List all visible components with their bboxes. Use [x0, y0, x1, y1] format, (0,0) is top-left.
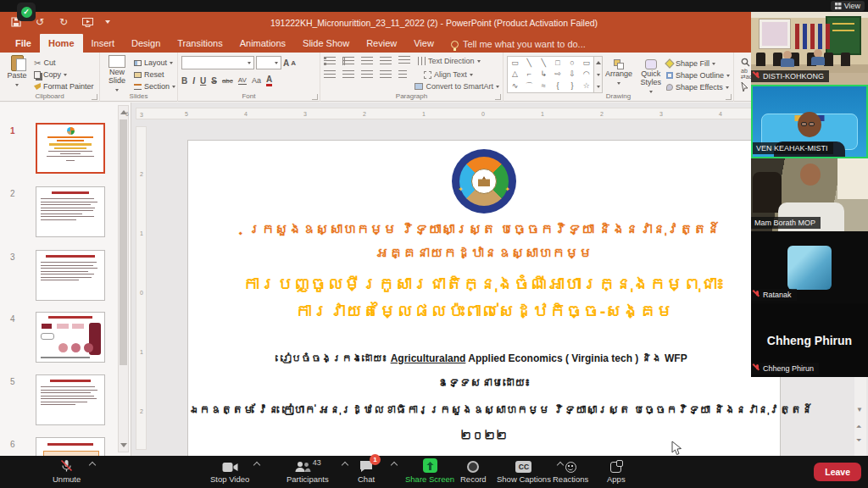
- drawing-dialog-launcher[interactable]: [726, 94, 732, 100]
- shape-glyph-icon[interactable]: ↳: [540, 69, 547, 78]
- character-spacing-button[interactable]: AV: [238, 76, 247, 85]
- participants-button[interactable]: 43 Participants: [287, 458, 329, 484]
- share-screen-button[interactable]: Share Screen: [405, 458, 454, 484]
- tab-animations[interactable]: Animations: [231, 34, 294, 53]
- next-slide-button[interactable]: ⏷: [856, 436, 861, 445]
- align-left-icon[interactable]: [324, 70, 336, 79]
- italic-button[interactable]: I: [192, 76, 195, 86]
- video-tile-mam-borath[interactable]: Mam Borath MOP: [751, 158, 868, 231]
- thumbnail-scrollbar[interactable]: [118, 105, 129, 452]
- shape-glyph-icon[interactable]: ◠: [583, 69, 590, 78]
- slide-thumbnail-3[interactable]: [36, 250, 105, 301]
- slide-thumbnail-6[interactable]: [36, 437, 105, 456]
- decrease-indent-icon[interactable]: [361, 57, 373, 65]
- strikethrough-button[interactable]: S: [211, 76, 217, 86]
- tab-review[interactable]: Review: [358, 34, 405, 53]
- chat-options-chevron[interactable]: [391, 462, 398, 469]
- shape-glyph-icon[interactable]: ⌒: [526, 80, 533, 92]
- shape-glyph-icon[interactable]: ╲: [527, 58, 531, 67]
- shape-glyph-icon[interactable]: □: [555, 58, 559, 67]
- align-center-icon[interactable]: [342, 70, 354, 79]
- shape-glyph-icon[interactable]: {: [557, 81, 559, 90]
- gallery-view-button[interactable]: View: [831, 1, 865, 11]
- video-options-chevron[interactable]: [253, 462, 260, 469]
- cut-button[interactable]: ✂Cut: [34, 57, 94, 69]
- shape-glyph-icon[interactable]: }: [570, 81, 573, 90]
- tell-me-box[interactable]: Tell me what you want to do...: [442, 36, 594, 53]
- reactions-button[interactable]: Reactions: [553, 458, 588, 484]
- bullets-icon[interactable]: [324, 57, 336, 65]
- shape-glyph-icon[interactable]: ∿: [512, 81, 519, 90]
- slide-thumbnail-1[interactable]: [36, 123, 105, 174]
- font-name-select[interactable]: [181, 56, 254, 69]
- tab-transitions[interactable]: Transitions: [169, 34, 231, 53]
- chat-button[interactable]: 1 Chat: [358, 458, 375, 484]
- participants-options-chevron[interactable]: [342, 462, 348, 469]
- tab-home[interactable]: Home: [40, 34, 83, 53]
- reset-button[interactable]: Reset: [134, 69, 175, 80]
- shape-fill-button[interactable]: Shape Fill: [666, 58, 730, 69]
- new-slide-button[interactable]: New Slide: [100, 55, 134, 93]
- shape-glyph-icon[interactable]: ╲: [541, 58, 545, 67]
- grow-font-button[interactable]: A: [283, 58, 289, 68]
- tab-design[interactable]: Design: [123, 34, 169, 53]
- section-button[interactable]: Section: [134, 80, 175, 92]
- slide-thumbnail-5[interactable]: [36, 374, 105, 425]
- shape-glyph-icon[interactable]: ⇨: [554, 69, 561, 78]
- video-tile-ratanak[interactable]: Ratanak: [751, 231, 868, 303]
- stop-video-button[interactable]: Stop Video: [210, 458, 249, 484]
- clipboard-dialog-launcher[interactable]: [92, 94, 97, 100]
- shape-effects-button[interactable]: Shape Effects: [666, 81, 730, 93]
- scroll-down-chevron-icon[interactable]: ▼: [856, 406, 863, 413]
- shape-glyph-icon[interactable]: △: [512, 69, 518, 78]
- tab-file[interactable]: File: [7, 34, 40, 53]
- numbering-icon[interactable]: [342, 57, 354, 65]
- convert-to-smartart-button[interactable]: Convert to SmartArt: [415, 82, 499, 91]
- shape-outline-button[interactable]: Shape Outline: [666, 69, 730, 81]
- apps-button[interactable]: Apps: [607, 458, 626, 484]
- video-tile-disti-kohkong[interactable]: DISTI-KOHKONG: [751, 12, 868, 85]
- slide-thumbnail-2[interactable]: [36, 186, 105, 237]
- unmute-options-chevron[interactable]: [89, 462, 96, 469]
- shapes-gallery-scroll[interactable]: [594, 56, 603, 93]
- underline-button[interactable]: U: [200, 76, 206, 86]
- quick-styles-button[interactable]: Quick Styles: [635, 56, 666, 95]
- copy-button[interactable]: Copy: [34, 69, 94, 80]
- align-right-icon[interactable]: [361, 70, 373, 79]
- shape-glyph-icon[interactable]: ≈: [542, 81, 546, 90]
- shadow-abc-button[interactable]: abc: [222, 77, 233, 85]
- arrange-button[interactable]: Arrange: [603, 56, 635, 95]
- paste-button[interactable]: Paste: [0, 55, 34, 88]
- tab-slide-show[interactable]: Slide Show: [294, 34, 358, 53]
- increase-indent-icon[interactable]: [380, 57, 392, 65]
- leave-button[interactable]: Leave: [814, 463, 861, 481]
- justify-icon[interactable]: [380, 70, 392, 79]
- bold-button[interactable]: B: [181, 76, 187, 86]
- line-spacing-icon[interactable]: [398, 56, 410, 66]
- paragraph-dialog-launcher[interactable]: [495, 94, 501, 100]
- text-direction-button[interactable]: Text Direction: [417, 57, 481, 65]
- shapes-gallery[interactable]: ▭╲╲□○▭△⌐↳⇨⇩◠∿⌒≈{}☆: [507, 56, 594, 93]
- shape-glyph-icon[interactable]: ▭: [583, 58, 591, 67]
- tab-view[interactable]: View: [405, 34, 442, 53]
- slide-thumbnail-4[interactable]: [36, 312, 105, 363]
- shrink-font-button[interactable]: A: [291, 59, 296, 67]
- shape-glyph-icon[interactable]: ☆: [583, 81, 590, 90]
- video-tile-ven-keahak-misti[interactable]: VEN KEAHAK-MISTI: [751, 85, 868, 158]
- show-captions-button[interactable]: CC Show Captions: [497, 458, 551, 484]
- shape-glyph-icon[interactable]: ⇩: [569, 69, 576, 78]
- shape-glyph-icon[interactable]: ○: [570, 58, 574, 67]
- font-size-select[interactable]: [256, 56, 281, 69]
- meeting-security-shield-icon[interactable]: ✓: [17, 3, 36, 21]
- change-case-button[interactable]: Aa: [252, 76, 261, 85]
- unmute-button[interactable]: Unmute: [53, 458, 81, 484]
- shape-glyph-icon[interactable]: ⌐: [527, 69, 531, 78]
- columns-icon[interactable]: [398, 70, 407, 79]
- video-tile-chheng-phirun[interactable]: Chheng Phirun Chheng Phirun: [751, 303, 868, 377]
- record-button[interactable]: Record: [460, 458, 487, 484]
- font-dialog-launcher[interactable]: [312, 94, 318, 100]
- tab-insert[interactable]: Insert: [83, 34, 124, 53]
- layout-button[interactable]: Layout: [134, 57, 175, 69]
- shape-glyph-icon[interactable]: ▭: [511, 58, 519, 67]
- format-painter-button[interactable]: Format Painter: [34, 80, 94, 92]
